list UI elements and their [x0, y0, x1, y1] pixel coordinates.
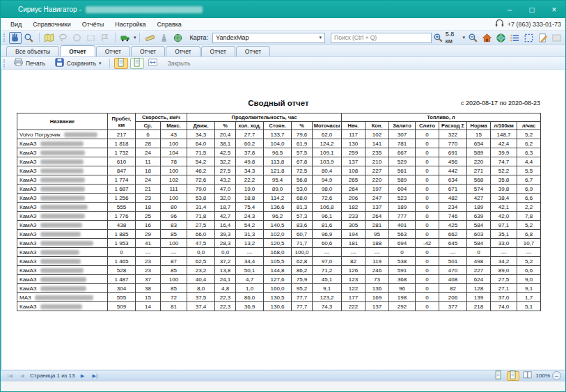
zoom-out-icon[interactable]: [466, 32, 479, 44]
value-cell: 746: [439, 212, 467, 221]
value-cell: 5,2: [517, 221, 541, 230]
print-button[interactable]: Печать: [10, 56, 49, 70]
value-cell: 37,0: [491, 293, 517, 302]
value-cell: 37,4: [187, 302, 215, 311]
value-cell: 438: [108, 221, 136, 230]
status-multi-page-button[interactable]: [521, 371, 534, 381]
search-input[interactable]: [331, 33, 432, 43]
scale-chevron-down-icon[interactable]: ▾: [463, 35, 466, 40]
vehicle-name-cell: КамАЗ: [17, 248, 108, 257]
value-cell: 82: [439, 284, 467, 293]
value-cell: 589: [389, 175, 416, 185]
next-page-button[interactable]: ▶: [77, 373, 87, 379]
value-cell: 0,0: [187, 248, 215, 257]
window-bottom-edge: [1, 381, 565, 391]
prev-page-button[interactable]: ◀: [17, 373, 27, 379]
col-sub-0-1: Макс.: [161, 122, 187, 130]
col-sub-1-4: %: [292, 122, 313, 130]
tab-6[interactable]: Отчет: [236, 46, 270, 56]
value-cell: 401: [389, 221, 416, 230]
tab-1-active[interactable]: Отчет: [60, 45, 95, 56]
value-cell: 102,0: [264, 230, 292, 239]
vehicle-icon[interactable]: [119, 32, 132, 44]
col-sub-2-1: Кон.: [365, 122, 389, 130]
save-chevron-down-icon[interactable]: ▾: [99, 61, 102, 66]
value-cell: 227: [365, 166, 389, 175]
road-icon[interactable]: [157, 32, 170, 44]
list-icon[interactable]: [508, 32, 521, 44]
zoom-out-button[interactable]: –: [552, 371, 561, 380]
status-fit-page-button[interactable]: [507, 371, 519, 381]
col-sub-2-0: Нач.: [342, 122, 365, 130]
edit-icon[interactable]: [536, 32, 549, 44]
value-cell: 425: [439, 221, 467, 230]
tab-3[interactable]: Отчет: [131, 46, 165, 56]
map-select[interactable]: YandexMap ▾: [212, 33, 325, 43]
tab-5[interactable]: Отчет: [201, 46, 235, 56]
tab-4[interactable]: Отчет: [166, 46, 200, 56]
value-cell: 1 487: [108, 275, 136, 284]
zoom-in-icon[interactable]: [433, 32, 443, 44]
view-single-page-button[interactable]: [114, 58, 128, 69]
value-cell: 0: [416, 221, 439, 230]
value-cell: 23,2: [187, 266, 215, 275]
close-report-button[interactable]: Закрыть: [168, 60, 191, 67]
map-edit-icon[interactable]: [43, 32, 56, 44]
maximize-button[interactable]: □: [521, 1, 543, 18]
view-fit-width-button[interactable]: [146, 58, 160, 69]
value-cell: 56,8: [292, 175, 313, 185]
geo-zones-icon[interactable]: [171, 32, 184, 44]
selection-icon[interactable]: [522, 32, 535, 44]
vehicle-icon-chevron-down-icon[interactable]: ▾: [134, 35, 136, 40]
tab-0[interactable]: Все объекты: [6, 46, 59, 56]
value-cell: 73: [365, 275, 389, 284]
tab-2[interactable]: Отчет: [96, 46, 130, 56]
tab-bar: Все объектыОтчетОтчетОтчетОтчетОтчетОтче…: [1, 45, 565, 57]
value-cell: 75,4: [236, 203, 264, 212]
last-page-button[interactable]: ▶|: [90, 373, 100, 379]
minimize-button[interactable]: –: [498, 1, 521, 18]
value-cell: 68,0: [292, 194, 313, 203]
value-cell: 140,5: [264, 221, 292, 230]
value-cell: 568: [467, 175, 491, 185]
value-cell: 42,5: [215, 148, 236, 157]
close-button[interactable]: ×: [543, 1, 565, 18]
zoom-icon[interactable]: [23, 32, 36, 44]
home-icon[interactable]: [480, 32, 493, 44]
single-page-icon: [116, 57, 126, 69]
status-single-page-button[interactable]: [492, 371, 505, 381]
value-cell: 24: [136, 175, 161, 185]
value-cell: 130: [342, 139, 365, 148]
menu-item-2[interactable]: Отчёты: [77, 19, 109, 29]
ruler-icon[interactable]: [143, 32, 156, 44]
menu-item-4[interactable]: Справка: [152, 19, 187, 29]
globe-icon[interactable]: [494, 32, 507, 44]
pan-hand-icon[interactable]: [9, 32, 22, 44]
value-cell: 198: [389, 293, 416, 302]
value-cell: 74,7: [491, 157, 517, 166]
value-cell: 563: [389, 230, 416, 239]
redacted-plate: [40, 159, 84, 164]
value-cell: 304: [108, 284, 136, 293]
value-cell: 9,1: [313, 284, 342, 293]
status-bar: |◀ ◀ Страница 1 из 13 ▶ ▶| 100% –: [1, 370, 565, 381]
value-cell: 61,9: [292, 139, 313, 148]
value-cell: 7,8: [517, 212, 541, 221]
value-cell: ---: [136, 248, 161, 257]
value-cell: 81: [161, 302, 187, 311]
value-cell: 271: [467, 166, 491, 175]
value-cell: 847: [108, 166, 136, 175]
menu-item-0[interactable]: Вид: [5, 19, 27, 29]
value-cell: 220: [365, 175, 389, 185]
value-cell: 0: [416, 230, 439, 239]
first-page-button[interactable]: |◀: [5, 373, 15, 379]
value-cell: 23: [136, 257, 161, 266]
menu-item-3[interactable]: Настройка: [109, 19, 151, 29]
value-cell: 1,0: [236, 284, 264, 293]
menu-item-1[interactable]: Справочники: [27, 19, 77, 29]
value-cell: 106,8: [313, 203, 342, 212]
value-cell: 109,1: [313, 148, 342, 157]
value-cell: 264: [365, 212, 389, 221]
view-continuous-button[interactable]: [130, 58, 144, 69]
save-button[interactable]: Сохранить ▾: [51, 56, 105, 70]
